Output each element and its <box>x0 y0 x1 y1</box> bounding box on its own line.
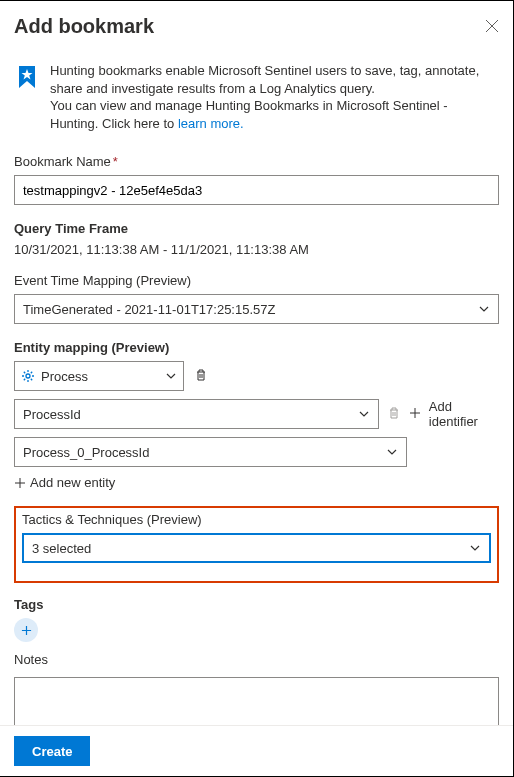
create-button[interactable]: Create <box>14 736 90 766</box>
query-timeframe-value: 10/31/2021, 11:13:38 AM - 11/1/2021, 11:… <box>14 242 499 257</box>
close-icon[interactable] <box>485 18 499 36</box>
chevron-down-icon <box>478 303 490 315</box>
tactics-section: Tactics & Techniques (Preview) 3 selecte… <box>14 506 499 583</box>
svg-point-1 <box>26 374 30 378</box>
panel-title: Add bookmark <box>14 15 154 38</box>
delete-entity-icon[interactable] <box>194 368 208 385</box>
add-tag-button[interactable] <box>14 618 38 642</box>
notes-textarea[interactable] <box>14 677 499 729</box>
tags-label: Tags <box>14 597 499 612</box>
plus-icon <box>409 406 421 422</box>
identifier-value-select[interactable]: Process_0_ProcessId <box>14 437 407 467</box>
event-time-mapping-select[interactable]: TimeGenerated - 2021-11-01T17:25:15.57Z <box>14 294 499 324</box>
info-text: Hunting bookmarks enable Microsoft Senti… <box>50 62 499 132</box>
chevron-down-icon <box>165 370 177 382</box>
entity-type-select[interactable]: Process <box>14 361 184 391</box>
event-time-mapping-label: Event Time Mapping (Preview) <box>14 273 499 288</box>
learn-more-link[interactable]: learn more. <box>178 116 244 131</box>
chevron-down-icon <box>386 446 398 458</box>
add-new-entity-button[interactable]: Add new entity <box>14 475 499 490</box>
info-line2: You can view and manage Hunting Bookmark… <box>50 98 448 131</box>
chevron-down-icon <box>469 542 481 554</box>
chevron-down-icon <box>358 408 370 420</box>
plus-icon <box>14 477 26 489</box>
tactics-select[interactable]: 3 selected <box>22 533 491 563</box>
gear-icon <box>21 369 35 383</box>
identifier-select[interactable]: ProcessId <box>14 399 379 429</box>
add-identifier-button[interactable]: Add identifier <box>429 399 499 429</box>
plus-icon <box>21 625 32 636</box>
bookmark-name-label: Bookmark Name* <box>14 154 499 169</box>
entity-mapping-label: Entity mapping (Preview) <box>14 340 499 355</box>
bookmark-name-input[interactable] <box>14 175 499 205</box>
delete-identifier-icon[interactable] <box>387 406 401 423</box>
tactics-label: Tactics & Techniques (Preview) <box>22 512 491 527</box>
query-timeframe-label: Query Time Frame <box>14 221 499 236</box>
info-line1: Hunting bookmarks enable Microsoft Senti… <box>50 63 479 96</box>
notes-label: Notes <box>14 652 499 667</box>
bookmark-icon <box>14 64 40 93</box>
